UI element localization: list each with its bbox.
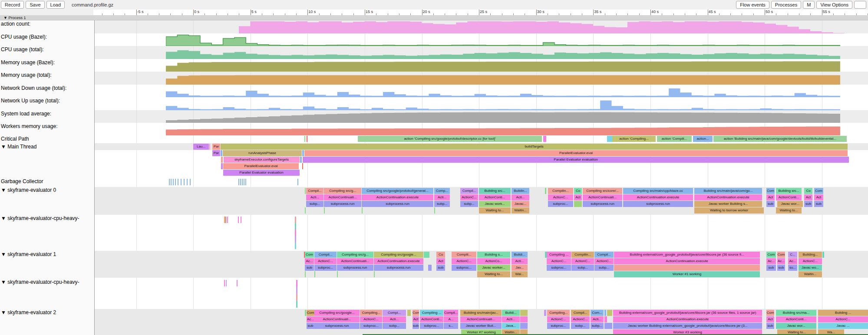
trace-event-block[interactable]: action 'Building src/main/java/com/googl… [713,136,847,142]
trace-event-block[interactable]: subp... [306,201,323,207]
trace-event-block[interactable]: subproc... [314,265,337,271]
trace-event-block[interactable]: Compiling ... [420,310,443,316]
trace-event-block[interactable] [604,310,606,316]
event-tick[interactable] [244,179,244,185]
trace-event-block[interactable]: Parallel Evaluator evaluation [223,170,300,176]
trace-event-block[interactable]: Buildi... [512,252,528,258]
trace-event-block[interactable]: ActionC... [594,258,614,264]
trace-event-block[interactable]: Java... [502,323,520,329]
trace-event-block[interactable]: ActionC... [548,194,573,200]
memory-usage-total--chart[interactable] [166,72,840,85]
trace-event-block[interactable]: Building src/main/jav... [460,310,502,316]
event-tick[interactable] [178,179,178,185]
event-tick[interactable] [237,280,238,286]
trace-event-block[interactable]: ActionC... [571,316,590,322]
trace-event-block[interactable]: subprocess.run [623,201,693,207]
trace-event-block[interactable]: Act [814,194,823,200]
trace-event-block[interactable]: Javac worker... [477,265,510,271]
trace-event-block[interactable]: Ac... [307,316,314,322]
trace-event-block[interactable]: Compiling... [360,310,382,316]
trace-event-block[interactable]: subproc... [548,201,573,207]
trace-event-block[interactable]: Lau... [193,144,209,150]
trace-event-block[interactable]: ActionC... [460,194,478,200]
trace-event-block[interactable]: Javac worker Building s... [694,201,762,207]
trace-event-block[interactable]: subprocess.run [324,201,361,207]
save-button[interactable]: Save [26,1,44,9]
trace-event-block[interactable]: Building src... [479,188,511,194]
trace-event-block[interactable] [614,265,760,271]
trace-event-block[interactable]: ActionContinuati... [460,316,502,322]
trace-event-block[interactable] [337,271,338,277]
load-button[interactable]: Load [46,1,65,9]
trace-event-block[interactable]: skyframeExecutor.configureTargets [224,157,300,163]
event-tick[interactable] [238,217,239,223]
event-stack-segment[interactable] [295,217,296,223]
trace-event-block[interactable]: Javac wo... [799,265,822,271]
track-label-skyframe-evaluator-cpu-heavy-1[interactable]: ▼ skyframe-evaluator-cpu-heavy- [1,279,79,285]
trace-event-block[interactable]: ParallelEvaluator.eval [304,150,848,156]
trace-event-block[interactable]: sub [766,201,775,207]
trace-event-block[interactable] [520,323,528,329]
trace-event-block[interactable]: Compiling src/g... [337,252,373,258]
trace-event-block[interactable] [604,323,612,329]
trace-event-block[interactable]: ActionC... [360,316,382,322]
event-tick[interactable] [184,179,185,185]
trace-event-block[interactable] [314,271,315,277]
trace-event-block[interactable]: Par [212,150,220,156]
trace-event-block[interactable]: ActionContinuati... [583,194,622,200]
process-header[interactable]: ▼ Process 1 [0,15,868,20]
trace-event-block[interactable]: A... [444,316,458,322]
action-count-chart[interactable] [239,20,845,33]
trace-event-block[interactable]: subp... [571,323,590,329]
trace-event-block[interactable]: ActionC... [799,258,822,264]
trace-event-block[interactable]: Co [436,252,445,258]
trace-event-block[interactable]: Compil... [314,252,337,258]
trace-event-block[interactable]: sub [777,265,785,271]
trace-event-block[interactable] [604,316,607,322]
trace-event-block[interactable]: action 'Compiling... [612,136,656,142]
trace-event-block[interactable]: subproc... [547,265,571,271]
trace-event-block[interactable] [822,252,824,258]
event-stack-segment[interactable] [296,287,297,294]
event-tick[interactable] [175,179,176,185]
track-label-skyframe-evaluator-2[interactable]: ▼ skyframe-evaluator 2 [1,309,56,315]
trace-event-block[interactable]: sub [307,323,314,329]
trace-event-block[interactable]: Com... [591,310,604,316]
trace-event-block[interactable]: Com [766,252,776,258]
trace-event-block[interactable]: ActionC... [571,258,594,264]
event-tick[interactable] [181,179,182,185]
trace-event-block[interactable]: ActionContinuation.execute [613,316,762,322]
trace-event-block[interactable]: action 'Compili... [657,136,692,142]
trace-event-block[interactable] [543,136,546,142]
trace-event-block[interactable]: Compi... [383,310,406,316]
event-tick[interactable] [245,179,246,185]
event-tick[interactable] [190,179,191,185]
trace-event-block[interactable]: Acti... [306,194,323,200]
trace-event-block[interactable] [407,310,411,316]
event-tick[interactable] [241,217,241,223]
trace-event-block[interactable]: Acti... [512,194,529,200]
trace-event-block[interactable] [305,271,306,277]
record-button[interactable]: Record [1,1,24,9]
trace-event-block[interactable]: Compiling src/google/protobuf/generat... [362,188,433,194]
trace-event-block[interactable]: Wai... [512,271,528,277]
trace-event-block[interactable]: Waiting to... [479,207,511,213]
trace-event-block[interactable] [307,136,307,142]
trace-event-block[interactable]: Ac... [305,258,314,264]
trace-event-block[interactable]: Compiling ... [547,252,571,258]
trace-event-block[interactable]: Compil... [444,310,458,316]
workers-memory-usage-chart[interactable] [166,123,840,135]
cpu-usage-total--chart[interactable] [166,46,840,59]
trace-event-block[interactable]: subp... [594,265,614,271]
trace-event-block[interactable]: Javac worker Building external/com_googl… [613,323,762,329]
trace-event-block[interactable]: Comp... [434,188,450,194]
trace-event-block[interactable]: Act [574,194,582,200]
trace-event-block[interactable] [305,188,306,194]
trace-event-block[interactable] [300,157,302,163]
trace-event-block[interactable]: Com [305,252,314,258]
processes-button[interactable]: Processes [771,1,801,9]
trace-event-block[interactable]: action... [693,136,713,142]
trace-event-block[interactable]: Compil... [594,252,614,258]
trace-event-block[interactable]: ActionContinuati... [314,316,360,322]
track-label-skyframe-evaluator-cpu-heavy-0[interactable]: ▼ skyframe-evaluator-cpu-heavy- [1,215,79,221]
